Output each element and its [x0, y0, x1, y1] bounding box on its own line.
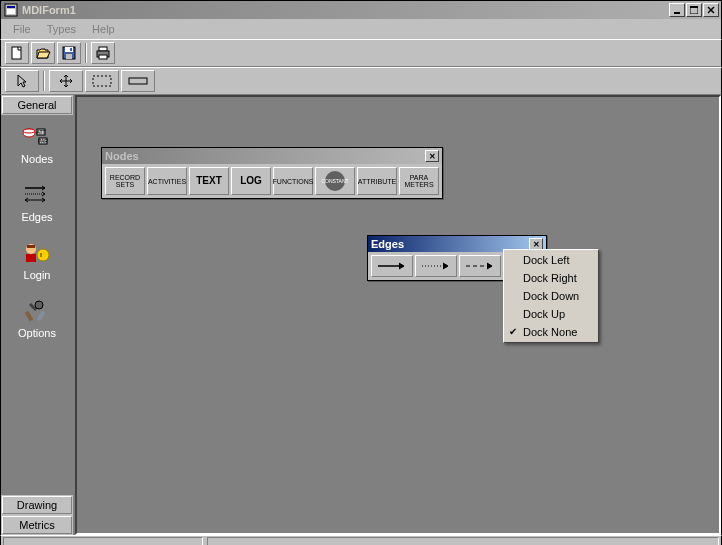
save-button[interactable]	[57, 42, 81, 64]
menu-types[interactable]: Types	[39, 21, 84, 37]
svg-rect-13	[99, 47, 107, 51]
node-log[interactable]: LOG	[231, 167, 271, 195]
dock-context-menu: Dock Left Dock Right Dock Down Dock Up ✔…	[503, 249, 599, 343]
statusbar	[0, 535, 722, 545]
new-button[interactable]	[5, 42, 29, 64]
pointer-tool[interactable]	[5, 70, 39, 92]
menu-file[interactable]: File	[5, 21, 39, 37]
sidebar-item-edges[interactable]: Edges	[21, 183, 53, 223]
edge-dashed[interactable]	[459, 255, 501, 277]
sidebar-item-label: Options	[18, 327, 56, 339]
svg-rect-1	[7, 6, 15, 8]
svg-text:CONSTANT: CONSTANT	[321, 178, 348, 184]
status-pane-2	[207, 537, 719, 545]
app-icon	[3, 2, 19, 18]
sidebar-item-nodes[interactable]: ATTPAR Nodes	[21, 125, 53, 165]
edge-dotted[interactable]	[415, 255, 457, 277]
svg-rect-30	[27, 245, 35, 248]
sidebar-tab-general[interactable]: General	[2, 96, 72, 114]
toolbar-separator	[85, 43, 87, 63]
titlebar: MDIForm1	[0, 0, 722, 19]
svg-point-36	[35, 301, 43, 309]
edges-icon	[21, 183, 53, 207]
svg-point-21	[23, 129, 35, 133]
rect-tool[interactable]	[121, 70, 155, 92]
node-activities[interactable]: ACTIVITIES	[147, 167, 187, 195]
svg-rect-12	[70, 48, 72, 51]
toolbar-separator	[43, 71, 45, 91]
edge-solid[interactable]	[371, 255, 413, 277]
sidebar-item-label: Login	[24, 269, 51, 281]
move-tool[interactable]	[49, 70, 83, 92]
minimize-button[interactable]	[669, 3, 685, 17]
svg-rect-35	[37, 311, 45, 322]
context-dock-left[interactable]: Dock Left	[505, 251, 597, 269]
nodes-toolbar-title[interactable]: Nodes ✕	[102, 148, 442, 164]
context-dock-none[interactable]: ✔Dock None	[505, 323, 597, 341]
sidebar-item-label: Nodes	[21, 153, 53, 165]
node-attribute[interactable]: ATTRIBUTE	[357, 167, 397, 195]
node-text[interactable]: TEXT	[189, 167, 229, 195]
nodes-toolbar-close[interactable]: ✕	[425, 150, 439, 162]
sidebar-item-login[interactable]: Login	[21, 241, 53, 281]
sidebar-item-options[interactable]: Options	[18, 299, 56, 339]
open-button[interactable]	[31, 42, 55, 64]
svg-rect-18	[93, 76, 111, 86]
sidebar: General ATTPAR Nodes Edges Login	[1, 95, 75, 535]
toolbar-main	[0, 39, 722, 67]
svg-rect-3	[674, 12, 680, 14]
svg-rect-8	[12, 47, 21, 59]
nodes-toolbar[interactable]: Nodes ✕ RECORD SETS ACTIVITIES TEXT LOG …	[101, 147, 443, 199]
node-recordsets[interactable]: RECORD SETS	[105, 167, 145, 195]
context-dock-right[interactable]: Dock Right	[505, 269, 597, 287]
window-title: MDIForm1	[22, 4, 669, 16]
sidebar-item-label: Edges	[21, 211, 52, 223]
svg-rect-31	[26, 254, 36, 262]
menubar: File Types Help	[0, 19, 722, 39]
svg-rect-11	[66, 54, 72, 59]
svg-rect-2	[7, 9, 15, 14]
sidebar-tab-drawing[interactable]: Drawing	[2, 496, 72, 514]
svg-rect-33	[40, 253, 42, 257]
svg-rect-5	[690, 6, 698, 8]
context-dock-down[interactable]: Dock Down	[505, 287, 597, 305]
node-functions[interactable]: FUNCTIONS	[273, 167, 313, 195]
context-dock-up[interactable]: Dock Up	[505, 305, 597, 323]
maximize-button[interactable]	[686, 3, 702, 17]
login-icon	[21, 241, 53, 265]
svg-text:ATT: ATT	[36, 129, 45, 135]
sidebar-content: ATTPAR Nodes Edges Login Optio	[1, 115, 73, 495]
svg-rect-15	[99, 55, 107, 59]
print-button[interactable]	[91, 42, 115, 64]
svg-point-32	[37, 249, 49, 261]
menu-help[interactable]: Help	[84, 21, 123, 37]
status-pane-1	[3, 537, 203, 545]
toolbar-tools	[0, 67, 722, 95]
svg-text:PAR: PAR	[38, 138, 48, 144]
check-icon: ✔	[509, 326, 517, 337]
mdi-canvas[interactable]: Nodes ✕ RECORD SETS ACTIVITIES TEXT LOG …	[75, 95, 721, 535]
node-parameters[interactable]: PARA METERS	[399, 167, 439, 195]
nodes-icon: ATTPAR	[21, 125, 53, 149]
close-button[interactable]	[703, 3, 719, 17]
selection-tool[interactable]	[85, 70, 119, 92]
svg-rect-19	[129, 78, 147, 84]
sidebar-tab-metrics[interactable]: Metrics	[2, 516, 72, 534]
svg-rect-34	[25, 311, 33, 322]
node-constant[interactable]: CONSTANT	[315, 167, 355, 195]
nodes-toolbar-title-text: Nodes	[105, 150, 425, 162]
options-icon	[21, 299, 53, 323]
